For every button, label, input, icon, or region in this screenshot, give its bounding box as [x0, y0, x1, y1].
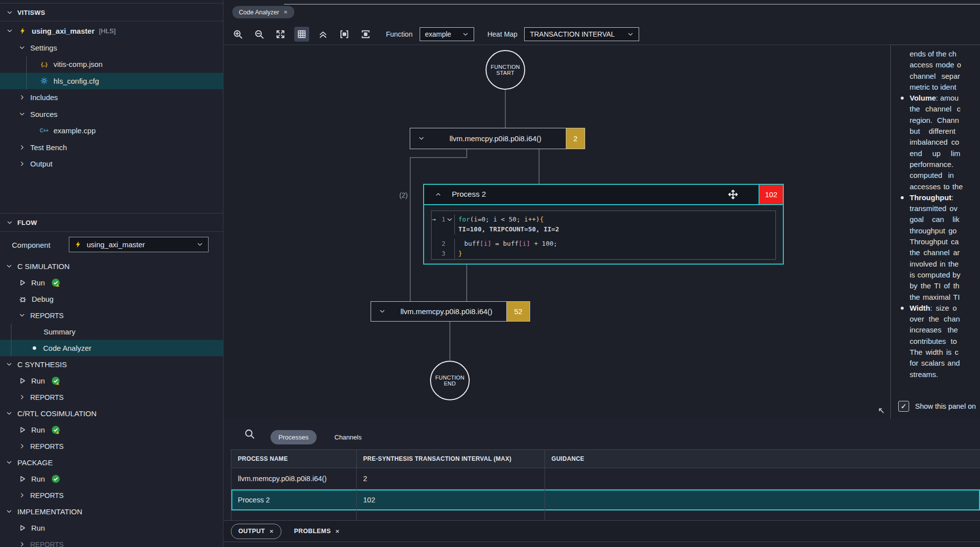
tree-item-vitis-comp-json[interactable]: {..}vitis-comp.json [0, 56, 223, 73]
play-icon [19, 426, 26, 434]
grid-view-button[interactable] [294, 27, 309, 42]
close-icon[interactable]: ✕ [283, 9, 287, 15]
function-end-node[interactable]: FUNCTION END [430, 361, 470, 400]
tree-item-settings[interactable]: Settings [0, 40, 223, 56]
flow-item-reports[interactable]: REPORTS [0, 389, 223, 405]
tree-item-label: Output [30, 160, 53, 168]
memcpy-node-1[interactable]: llvm.memcpy.p0i8.p0i8.i64() 2 [410, 128, 585, 149]
flow-item-c-rtl-cosimulation[interactable]: C/RTL COSIMULATION [0, 405, 223, 422]
flow-reports-label: REPORTS [30, 393, 63, 401]
tree-item-test-bench[interactable]: Test Bench [0, 139, 223, 156]
process-2-header[interactable]: Process 2 102 [424, 185, 783, 205]
tab-label: Code Analyzer [239, 9, 279, 16]
tree-item-output[interactable]: Output [0, 156, 223, 172]
flow-header[interactable]: FLOW [0, 215, 223, 230]
function-select[interactable]: example [420, 27, 474, 41]
column-header: PRE-SYNTHESIS TRANSACTION INTERVAL (MAX) [357, 450, 545, 468]
flow-item-run[interactable]: Run [0, 471, 223, 487]
divider [0, 231, 223, 232]
flow-item-package[interactable]: PACKAGE [0, 454, 223, 471]
tree-item-example-cpp[interactable]: C++example.cpp [0, 122, 223, 139]
cpp-icon: C++ [40, 128, 49, 133]
tab-output[interactable]: OUTPUT ✕ [231, 524, 281, 539]
flow-item-code-analyzer[interactable]: Code Analyzer [0, 340, 223, 356]
flow-title: FLOW [17, 219, 37, 226]
process-2-node[interactable]: Process 2 102 → 1 for(i=0; i < 50; i++){ [423, 184, 784, 265]
help-text-line: Volume: amou [891, 93, 980, 104]
dataflow-graph-canvas[interactable]: FUNCTION START llvm.memcpy.p0i8.p0i8.i64… [223, 45, 890, 420]
chevron-right-icon [19, 144, 25, 151]
flow-panel: FLOW Component using_axi_master C SIMULA… [0, 213, 223, 547]
flow-item-run[interactable]: Run [0, 373, 223, 389]
tree-item-using-axi-master[interactable]: using_axi_master[HLS] [0, 23, 223, 40]
table-cell [545, 490, 980, 510]
flow-item-summary[interactable]: Summary [0, 324, 223, 340]
node-label: END [444, 381, 456, 386]
heatmap-label: Heat Map [488, 30, 518, 38]
process-code-block: → 1 for(i=0; i < 50; i++){ TI=100, TRIPC… [431, 211, 776, 260]
zoom-out-button[interactable] [252, 27, 267, 42]
filter-channels[interactable]: Channels [327, 430, 370, 444]
play-icon [19, 377, 26, 384]
help-text-line: accesses to the [891, 181, 980, 192]
flow-item-reports[interactable]: REPORTS [0, 487, 223, 503]
heatmap-value: TRANSACTION INTERVAL [530, 30, 620, 38]
flow-item-run[interactable]: Run [0, 422, 223, 438]
flow-item-reports[interactable]: REPORTS [0, 307, 223, 324]
table-cell [545, 511, 980, 520]
close-icon[interactable]: ✕ [335, 529, 340, 534]
zoom-out-icon [254, 29, 264, 39]
table-row[interactable]: llvm.memcpy.p0i8.p0i8.i64()2 [231, 468, 980, 490]
function-start-node[interactable]: FUNCTION START [486, 50, 525, 90]
close-icon[interactable]: ✕ [270, 529, 274, 534]
heatmap-select[interactable]: TRANSACTION INTERVAL [524, 27, 639, 41]
flow-item-run[interactable]: Run [0, 274, 223, 291]
json-icon: {..} [40, 61, 49, 67]
check-warning-status-icon [52, 426, 60, 434]
ti-badge-red: 102 [759, 185, 783, 204]
divider [0, 3, 223, 3]
search-icon[interactable] [244, 429, 255, 439]
flow-item-label: Run [31, 524, 45, 532]
tree-item-label: hls_config.cfg [54, 77, 99, 85]
distribute-vertical-button[interactable] [358, 27, 373, 42]
fit-screen-button[interactable] [273, 27, 288, 42]
flow-item-label: Run [31, 377, 45, 385]
tree-item-sources[interactable]: Sources [0, 106, 223, 123]
table-row[interactable] [231, 511, 980, 520]
chevron-down-icon [6, 459, 12, 466]
move-handle-icon[interactable] [728, 189, 738, 200]
tab-label: PROBLEMS [294, 528, 331, 535]
component-select[interactable]: using_axi_master [69, 237, 209, 252]
chevron-down-icon[interactable] [446, 217, 453, 223]
flow-item-reports[interactable]: REPORTS [0, 438, 223, 454]
flow-item-reports[interactable]: REPORTS [0, 536, 223, 547]
flow-report-label: Summary [44, 328, 75, 336]
tree-item-label: Sources [30, 110, 57, 118]
flow-item-c-synthesis[interactable]: C SYNTHESIS [0, 356, 223, 373]
tree-item-label: Includes [30, 93, 58, 102]
tree-item-hls-config-cfg[interactable]: hls_config.cfg [0, 73, 223, 90]
show-panel-checkbox[interactable]: ✓ [898, 401, 909, 412]
chevron-up-icon [435, 191, 441, 198]
flow-item-run[interactable]: Run [0, 520, 223, 536]
table-toolbar: ProcessesChannels [223, 419, 980, 449]
zoom-in-button[interactable] [230, 27, 245, 42]
memcpy-node-2[interactable]: llvm.memcpy.p0i8.p0i8.i64() 52 [371, 301, 530, 322]
table-row[interactable]: Process 2102 [231, 490, 980, 511]
tab-code-analyzer[interactable]: Code Analyzer ✕ [232, 6, 294, 18]
flow-section-label: PACKAGE [17, 458, 53, 467]
collapse-all-button[interactable] [316, 27, 330, 42]
lightning-icon [18, 27, 27, 35]
workspace-header[interactable]: VITISWS [0, 5, 223, 20]
flow-item-c-simulation[interactable]: C SIMULATION [0, 258, 223, 274]
code-token: buff [464, 240, 480, 247]
ti-badge: 2 [566, 128, 585, 149]
tree-item-includes[interactable]: Includes [0, 89, 223, 106]
node-label: FUNCTION [490, 64, 520, 70]
filter-processes[interactable]: Processes [271, 430, 317, 444]
flow-item-debug[interactable]: Debug [0, 291, 223, 307]
flow-item-implementation[interactable]: IMPLEMENTATION [0, 503, 223, 520]
distribute-horizontal-button[interactable] [337, 27, 352, 42]
tab-problems[interactable]: PROBLEMS ✕ [287, 524, 347, 539]
